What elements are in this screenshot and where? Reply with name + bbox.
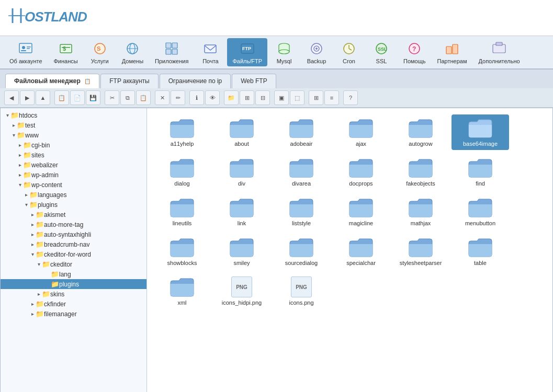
folder-img — [468, 237, 493, 258]
nav-domains[interactable]: Домены — [117, 38, 149, 66]
sidebar-item-auto-more-tag[interactable]: ▸📁auto-more-tag — [1, 220, 146, 229]
nav-mail[interactable]: Почта — [195, 38, 226, 66]
nav-cron[interactable]: Cron — [333, 38, 365, 66]
sidebar-item-breadcrumb-nav[interactable]: ▸📁breadcrumb-nav — [1, 239, 146, 249]
file-item-table[interactable]: table — [452, 234, 509, 269]
file-item-docprops[interactable]: docprops — [332, 154, 390, 190]
file-item-showblocks[interactable]: showblocks — [153, 234, 211, 269]
file-item-menubutton[interactable]: menubutton — [452, 194, 509, 229]
nav-mysql[interactable]: Mysql — [268, 38, 300, 66]
file-item-ajax[interactable]: ajax — [332, 114, 390, 150]
sidebar-item-www[interactable]: ▾📁www — [1, 130, 146, 140]
file-item-smiley[interactable]: smiley — [213, 234, 270, 269]
btn-copy2[interactable]: ⧉ — [120, 90, 135, 105]
file-item-sourcedialog[interactable]: sourcedialog — [273, 234, 330, 269]
svg-text:FTP: FTP — [242, 46, 251, 51]
btn-extract[interactable]: ⊟ — [255, 90, 270, 105]
sidebar-item-wp-content[interactable]: ▾📁wp-content — [1, 180, 146, 190]
file-item-find[interactable]: find — [452, 154, 509, 190]
nav-mysql-label: Mysql — [277, 58, 292, 64]
sidebar-item-lang[interactable]: 📁lang — [1, 269, 146, 279]
file-item-adobeair[interactable]: adobeair — [273, 114, 330, 150]
file-item-magicline[interactable]: magicline — [332, 194, 390, 229]
tab-ip-restriction[interactable]: Ограничение по ip — [160, 74, 231, 88]
file-item-link[interactable]: link — [213, 194, 270, 229]
folder-img — [170, 118, 195, 139]
folder-icon: 📁 — [29, 201, 38, 209]
nav-apps[interactable]: Приложения — [150, 38, 194, 66]
expand-icon: ▸ — [13, 122, 15, 128]
file-item-dialog[interactable]: dialog — [153, 154, 211, 190]
sidebar-item-sites[interactable]: ▸📁sites — [1, 150, 146, 160]
nav-extra[interactable]: Дополнительно — [473, 38, 525, 66]
btn-back[interactable]: ◀ — [4, 90, 19, 105]
nav-finance-label: Финансы — [54, 58, 78, 64]
btn-rename[interactable]: ✏ — [171, 90, 185, 105]
btn-forward[interactable]: ▶ — [20, 90, 35, 105]
file-item-fakeobjects[interactable]: fakeobjects — [392, 154, 449, 190]
btn-save[interactable]: 💾 — [86, 90, 100, 105]
tree-label: www — [25, 132, 39, 139]
nav-finance[interactable]: $ Финансы — [49, 38, 83, 66]
sidebar-item-cgi-bin[interactable]: ▸📁cgi-bin — [1, 140, 146, 150]
btn-cut[interactable]: ✂ — [105, 90, 119, 105]
nav-backup[interactable]: Backup — [301, 38, 332, 66]
file-item-a11yhelp[interactable]: a11yhelp — [153, 114, 211, 150]
file-item-icons_hidpi_png[interactable]: PNGicons_hidpi.png — [213, 273, 270, 309]
btn-inv-sel[interactable]: ⬚ — [290, 90, 304, 105]
sidebar-item-webalizer[interactable]: ▸📁webalizer — [1, 160, 146, 170]
btn-paste2[interactable]: 📋 — [136, 90, 151, 105]
file-item-stylesheetparser[interactable]: stylesheetparser — [392, 234, 449, 269]
file-item-xml[interactable]: xml — [153, 273, 211, 309]
btn-grid-view[interactable]: ⊞ — [309, 90, 323, 105]
file-item-base64image[interactable]: base64image — [452, 114, 509, 150]
btn-list-view[interactable]: ≡ — [324, 90, 339, 105]
sidebar-item-auto-syntaxhighli[interactable]: ▸📁auto-syntaxhighli — [1, 229, 146, 239]
svg-point-27 — [279, 50, 289, 54]
nav-partners[interactable]: Партнерам — [432, 38, 472, 66]
sidebar-item-akismet[interactable]: ▸📁akismet — [1, 210, 146, 220]
sidebar-item-wp-admin[interactable]: ▸📁wp-admin — [1, 170, 146, 180]
file-label: fakeobjects — [406, 180, 435, 187]
sidebar-item-skins[interactable]: ▸📁skins — [1, 289, 146, 299]
nav-ftp[interactable]: FTP Файль/FTP — [227, 38, 267, 66]
sidebar-item-languages[interactable]: ▸📁languages — [1, 190, 146, 200]
file-item-div[interactable]: div — [213, 154, 270, 190]
btn-up[interactable]: ▲ — [36, 90, 50, 105]
sidebar-item-ckeditor[interactable]: ▾📁ckeditor — [1, 259, 146, 269]
nav-services[interactable]: S Услуги — [84, 38, 116, 66]
file-item-divarea[interactable]: divarea — [273, 154, 330, 190]
btn-sel-all[interactable]: ▣ — [274, 90, 289, 105]
file-item-mathjax[interactable]: mathjax — [392, 194, 449, 229]
sidebar-item-filemanager[interactable]: ▸📁filemanager — [1, 309, 146, 319]
file-item-liststyle[interactable]: liststyle — [273, 194, 330, 229]
sidebar-item-test[interactable]: ▸📁test — [1, 120, 146, 130]
btn-info[interactable]: ℹ — [189, 90, 204, 105]
nav-about[interactable]: Об аккаунте — [4, 38, 48, 66]
btn-new-folder[interactable]: 📁 — [224, 90, 239, 105]
sidebar-item-plugins[interactable]: ▾📁plugins — [1, 200, 146, 210]
btn-compress[interactable]: ⊞ — [240, 90, 254, 105]
tab-web-ftp[interactable]: Web FTP — [232, 74, 276, 88]
nav-ssl[interactable]: SSL SSL — [366, 38, 397, 66]
folder-icon: 📁 — [36, 250, 44, 258]
file-item-specialchar[interactable]: specialchar — [332, 234, 390, 269]
sidebar-item-plugins-selected[interactable]: 📁plugins — [1, 279, 146, 289]
file-label: liststyle — [292, 220, 311, 226]
file-item-autogrow[interactable]: autogrow — [392, 114, 449, 150]
tab-ftp-accounts[interactable]: FTP аккаунты — [100, 74, 159, 88]
sidebar-item-ckeditor-for-word[interactable]: ▾📁ckeditor-for-word — [1, 249, 146, 259]
nav-help[interactable]: ? Помощь — [398, 38, 431, 66]
file-item-about[interactable]: about — [213, 114, 270, 150]
file-item-icons_png[interactable]: PNGicons.png — [273, 273, 330, 309]
btn-delete[interactable]: ✕ — [155, 90, 170, 105]
btn-help-fm[interactable]: ? — [343, 90, 358, 105]
sidebar-item-htdocs[interactable]: ▾📁htdocs — [1, 110, 146, 120]
btn-paste-clip[interactable]: 📄 — [70, 90, 85, 105]
btn-copy-clip[interactable]: 📋 — [54, 90, 69, 105]
svg-rect-41 — [453, 44, 458, 54]
sidebar-item-ckfinder[interactable]: ▸📁ckfinder — [1, 299, 146, 309]
file-item-lineutils[interactable]: lineutils — [153, 194, 211, 229]
tab-filemanager[interactable]: Файловый менеджер 📋 — [5, 74, 99, 88]
btn-view[interactable]: 👁 — [205, 90, 220, 105]
